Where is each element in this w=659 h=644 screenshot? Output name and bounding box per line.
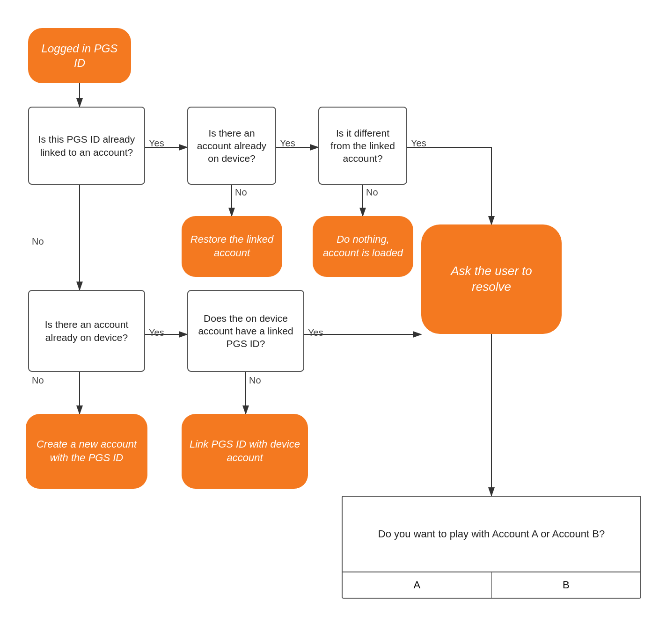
dialog-btn-a[interactable]: A (343, 572, 492, 598)
q5-node: Does the on device account have a linked… (187, 290, 304, 372)
r2-node: Do nothing, account is loaded (313, 216, 413, 277)
no4-label: No (32, 375, 44, 386)
dialog-node[interactable]: Do you want to play with Account A or Ac… (342, 496, 641, 599)
q2-node: Is there an account already on device? (187, 107, 276, 185)
yes1-label: Yes (149, 138, 164, 149)
no3-label: No (366, 187, 378, 198)
yes2-label: Yes (280, 138, 295, 149)
no1-label: No (32, 236, 44, 247)
no5-label: No (249, 375, 261, 386)
q3-node: Is it different from the linked account? (318, 107, 407, 185)
r3-node: Ask the user to resolve (421, 224, 562, 334)
yes5-label: Yes (308, 327, 323, 338)
q4-node: Is there an account already on device? (28, 290, 145, 372)
yes4-label: Yes (149, 327, 164, 338)
r4-node: Create a new account with the PGS ID (26, 414, 147, 489)
dialog-btn-b[interactable]: B (492, 572, 641, 598)
yes3-label: Yes (411, 138, 426, 149)
r1-node: Restore the linked account (182, 216, 282, 277)
start-node: Logged in PGS ID (28, 28, 131, 83)
flowchart: Logged in PGS ID Is this PGS ID already … (0, 0, 659, 644)
dialog-buttons: A B (343, 572, 640, 598)
dialog-text: Do you want to play with Account A or Ac… (369, 497, 614, 572)
no2-label: No (235, 187, 247, 198)
q1-node: Is this PGS ID already linked to an acco… (28, 107, 145, 185)
r5-node: Link PGS ID with device account (182, 414, 308, 489)
